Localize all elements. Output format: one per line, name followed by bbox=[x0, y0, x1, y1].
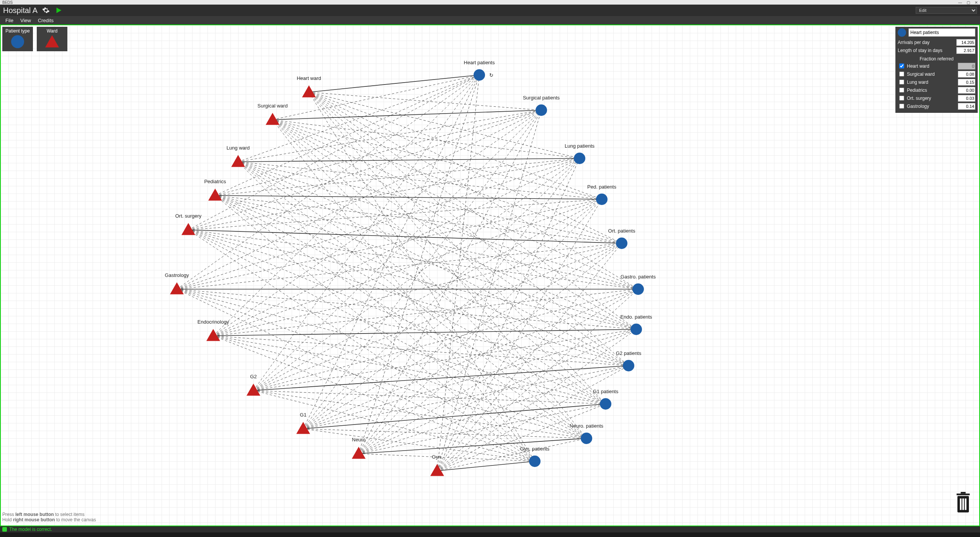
fraction-value-input[interactable] bbox=[958, 95, 975, 102]
fraction-checkbox[interactable] bbox=[899, 96, 904, 101]
mode-select[interactable]: Edit bbox=[916, 7, 977, 14]
os-window-controls[interactable]: — ▢ ✕ bbox=[958, 0, 978, 5]
secondary-edge[interactable] bbox=[188, 230, 636, 329]
secondary-edge[interactable] bbox=[213, 336, 629, 366]
secondary-edge[interactable] bbox=[273, 120, 535, 461]
secondary-edge[interactable] bbox=[215, 110, 541, 195]
patient-node[interactable]: Surgical patients bbox=[523, 95, 560, 116]
patient-node[interactable]: Ort. patients bbox=[608, 228, 635, 249]
secondary-edge[interactable] bbox=[309, 92, 580, 158]
secondary-edge[interactable] bbox=[253, 391, 535, 461]
ward-node[interactable]: G1 bbox=[296, 412, 310, 434]
fraction-value-input[interactable] bbox=[958, 103, 975, 110]
primary-edge[interactable] bbox=[437, 461, 535, 471]
secondary-edge[interactable] bbox=[238, 162, 586, 438]
primary-edge[interactable] bbox=[213, 329, 636, 336]
secondary-edge[interactable] bbox=[177, 289, 636, 329]
fraction-checkbox[interactable] bbox=[899, 72, 904, 76]
secondary-edge[interactable] bbox=[303, 289, 638, 429]
secondary-edge[interactable] bbox=[273, 120, 586, 438]
patient-node[interactable]: G1 patients bbox=[593, 389, 619, 410]
patient-node[interactable]: Ped. patients bbox=[587, 184, 616, 205]
secondary-edge[interactable] bbox=[437, 110, 541, 471]
ward-node[interactable]: Ort. surgery bbox=[175, 213, 202, 235]
ward-node[interactable]: Lung ward bbox=[227, 145, 250, 167]
fraction-checkbox[interactable] bbox=[899, 80, 904, 85]
secondary-edge[interactable] bbox=[273, 120, 636, 329]
trash-icon[interactable] bbox=[952, 491, 974, 514]
secondary-edge[interactable] bbox=[238, 162, 602, 199]
secondary-edge[interactable] bbox=[188, 110, 541, 230]
fraction-value-input[interactable] bbox=[958, 87, 975, 94]
menu-file[interactable]: File bbox=[5, 18, 13, 23]
patient-node[interactable]: Lung patients bbox=[565, 143, 595, 164]
secondary-edge[interactable] bbox=[359, 110, 541, 454]
secondary-edge[interactable] bbox=[309, 92, 586, 438]
secondary-edge[interactable] bbox=[188, 158, 580, 230]
secondary-edge[interactable] bbox=[303, 199, 602, 429]
secondary-edge[interactable] bbox=[213, 75, 479, 336]
secondary-edge[interactable] bbox=[213, 243, 622, 336]
secondary-edge[interactable] bbox=[273, 120, 622, 243]
secondary-edge[interactable] bbox=[309, 92, 622, 243]
secondary-edge[interactable] bbox=[238, 162, 606, 404]
menu-view[interactable]: View bbox=[20, 18, 31, 23]
secondary-edge[interactable] bbox=[309, 92, 606, 404]
graph-svg[interactable]: Heart wardSurgical wardLung wardPediatri… bbox=[1, 25, 979, 526]
primary-edge[interactable] bbox=[238, 158, 580, 162]
secondary-edge[interactable] bbox=[188, 199, 602, 230]
patient-node[interactable]: Gastro. patients bbox=[621, 274, 656, 295]
ward-node[interactable]: Gyn. bbox=[430, 454, 444, 476]
secondary-edge[interactable] bbox=[177, 289, 586, 438]
secondary-edge[interactable] bbox=[437, 158, 580, 471]
secondary-edge[interactable] bbox=[273, 120, 580, 158]
primary-edge[interactable] bbox=[253, 366, 629, 391]
primary-edge[interactable] bbox=[359, 438, 586, 454]
ward-node[interactable]: Surgical ward bbox=[258, 103, 288, 125]
secondary-edge[interactable] bbox=[309, 92, 541, 110]
secondary-edge[interactable] bbox=[215, 195, 629, 366]
secondary-edge[interactable] bbox=[303, 429, 586, 438]
secondary-edge[interactable] bbox=[359, 199, 602, 454]
secondary-edge[interactable] bbox=[215, 75, 479, 195]
secondary-edge[interactable] bbox=[213, 336, 606, 404]
los-input[interactable] bbox=[956, 47, 975, 54]
fraction-checkbox[interactable] bbox=[899, 63, 904, 68]
fraction-value-input[interactable] bbox=[958, 71, 975, 78]
secondary-edge[interactable] bbox=[253, 243, 622, 391]
secondary-edge[interactable] bbox=[177, 289, 629, 366]
secondary-edge[interactable] bbox=[215, 195, 535, 461]
ward-node[interactable]: Pediatrics bbox=[204, 179, 226, 201]
fraction-checkbox[interactable] bbox=[899, 104, 904, 109]
secondary-edge[interactable] bbox=[359, 158, 580, 454]
ward-node[interactable]: Neuro bbox=[352, 437, 366, 459]
secondary-edge[interactable] bbox=[437, 366, 629, 471]
secondary-edge[interactable] bbox=[215, 195, 636, 329]
primary-edge[interactable] bbox=[273, 110, 541, 120]
secondary-edge[interactable] bbox=[215, 195, 606, 404]
patient-node[interactable]: Heart patients↻ bbox=[464, 60, 495, 81]
ward-node[interactable]: Gastrology bbox=[165, 272, 189, 295]
secondary-edge[interactable] bbox=[177, 158, 580, 289]
secondary-edge[interactable] bbox=[213, 158, 580, 336]
gear-icon[interactable] bbox=[42, 7, 50, 14]
secondary-edge[interactable] bbox=[253, 289, 638, 391]
play-icon[interactable] bbox=[54, 6, 63, 15]
fraction-checkbox[interactable] bbox=[899, 88, 904, 93]
secondary-edge[interactable] bbox=[303, 75, 479, 429]
primary-edge[interactable] bbox=[309, 75, 479, 92]
secondary-edge[interactable] bbox=[213, 110, 541, 336]
secondary-edge[interactable] bbox=[303, 158, 580, 429]
primary-edge[interactable] bbox=[188, 230, 622, 243]
secondary-edge[interactable] bbox=[215, 195, 586, 438]
secondary-edge[interactable] bbox=[215, 195, 622, 243]
node-name-input[interactable] bbox=[908, 28, 975, 37]
fraction-value-input[interactable] bbox=[958, 79, 975, 86]
secondary-edge[interactable] bbox=[213, 199, 602, 336]
secondary-edge[interactable] bbox=[213, 336, 586, 438]
secondary-edge[interactable] bbox=[238, 110, 541, 162]
secondary-edge[interactable] bbox=[359, 289, 638, 454]
ward-node[interactable]: Endocrinology bbox=[198, 319, 229, 341]
menu-credits[interactable]: Credits bbox=[38, 18, 54, 23]
secondary-edge[interactable] bbox=[238, 162, 636, 329]
